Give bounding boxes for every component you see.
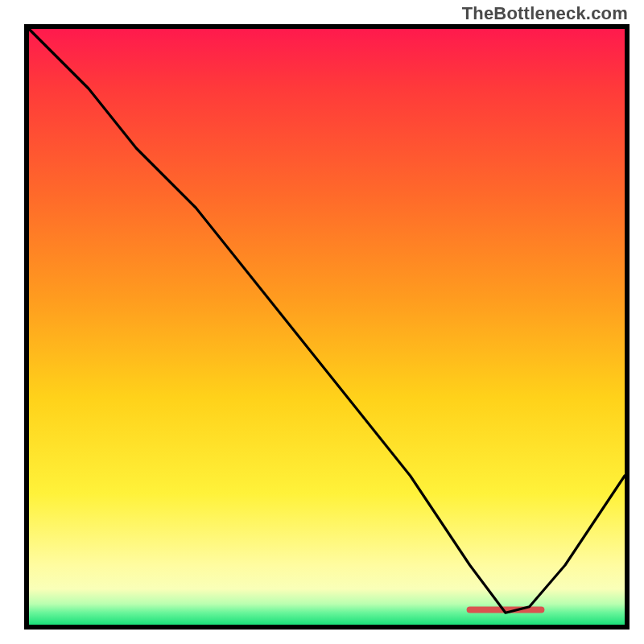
plot-frame (24, 24, 630, 630)
watermark-text: TheBottleneck.com (462, 3, 628, 24)
chart-stage: TheBottleneck.com (0, 0, 644, 644)
bottleneck-curve (29, 29, 625, 613)
chart-svg (29, 29, 625, 625)
